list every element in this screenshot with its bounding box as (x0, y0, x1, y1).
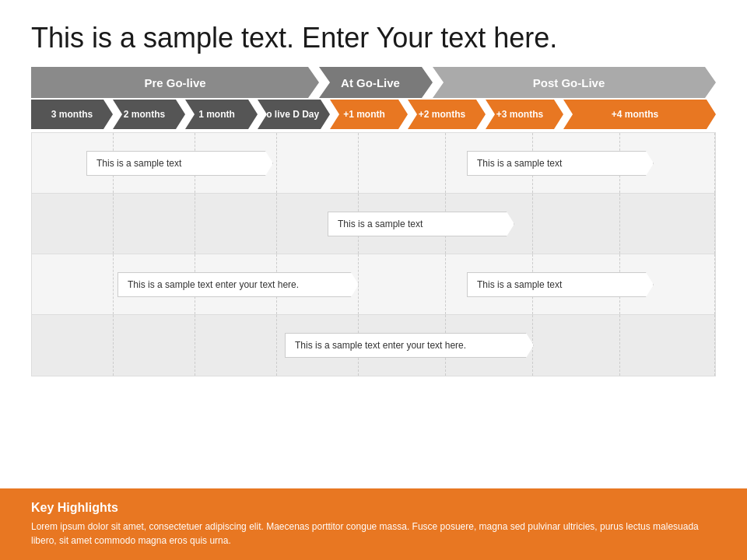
timeline-plus2months: +2 months (398, 100, 486, 129)
grid-col-6-r2 (446, 194, 533, 254)
grid-col-6-r1 (446, 133, 533, 193)
grid-col-7-r2 (533, 194, 620, 254)
grid-row-1: This is a sample text This is a sample t… (32, 133, 715, 194)
grid-col-2-r4 (114, 315, 195, 376)
timeline-3months: 3 months (31, 100, 113, 129)
timeline-golive-day: Go live D Day (248, 100, 330, 129)
timeline-plus4months: +4 months (554, 100, 716, 129)
grid-col-5-r3 (359, 254, 446, 314)
grid-col-8-r3 (620, 254, 715, 314)
grid-col-5-r1 (359, 133, 446, 193)
phase-at-golive: At Go-Live (308, 67, 433, 98)
grid-col-4-r2 (277, 194, 359, 254)
grid-row-2: This is a sample text (32, 194, 715, 254)
grid-area: This is a sample text This is a sample t… (31, 132, 716, 376)
main-content: Pre Go-live At Go-Live Post Go-Live 3 mo… (0, 67, 747, 376)
grid-col-5-r2 (359, 194, 446, 254)
grid-col-7-r3 (533, 254, 620, 314)
grid-col-7-r4 (533, 315, 620, 376)
timeline-plus3months: +3 months (476, 100, 563, 129)
grid-row-4: This is a sample text enter your text he… (32, 315, 715, 376)
phase-header: Pre Go-live At Go-Live Post Go-Live (31, 67, 716, 98)
grid-col-3-r2 (195, 194, 277, 254)
timeline-plus1month: +1 month (321, 100, 408, 129)
footer: Key Highlights Lorem ipsum dolor sit ame… (0, 488, 747, 560)
grid-col-2-r1 (114, 133, 195, 193)
page-title: This is a sample text. Enter Your text h… (0, 0, 747, 67)
timeline-1month: 1 month (176, 100, 258, 129)
grid-col-8-r2 (620, 194, 715, 254)
grid-col-2-r2 (114, 194, 195, 254)
grid-col-3-r4 (195, 315, 277, 376)
grid-col-8-r1 (620, 133, 715, 193)
grid-col-3-r3 (195, 254, 277, 314)
grid-col-1-r4 (32, 315, 114, 376)
grid-col-6-r3 (446, 254, 533, 314)
grid-col-2-r3 (114, 254, 195, 314)
grid-col-6-r4 (446, 315, 533, 376)
grid-col-5-r4 (359, 315, 446, 376)
grid-col-4-r1 (277, 133, 359, 193)
grid-col-7-r1 (533, 133, 620, 193)
grid-col-1-r2 (32, 194, 114, 254)
grid-row-3: This is a sample text enter your text he… (32, 254, 715, 315)
grid-col-3-r1 (195, 133, 277, 193)
grid-col-4-r3 (277, 254, 359, 314)
timeline-2months: 2 months (103, 100, 185, 129)
grid-col-1-r1 (32, 133, 114, 193)
phase-pre-golive: Pre Go-live (31, 67, 319, 98)
footer-title: Key Highlights (31, 501, 716, 515)
phase-post-golive: Post Go-Live (422, 67, 716, 98)
footer-text: Lorem ipsum dolor sit amet, consectetuer… (31, 520, 716, 548)
timeline-row: 3 months 2 months 1 month Go live D Day … (31, 100, 716, 129)
grid-col-4-r4 (277, 315, 359, 376)
grid-col-8-r4 (620, 315, 715, 376)
grid-col-1-r3 (32, 254, 114, 314)
